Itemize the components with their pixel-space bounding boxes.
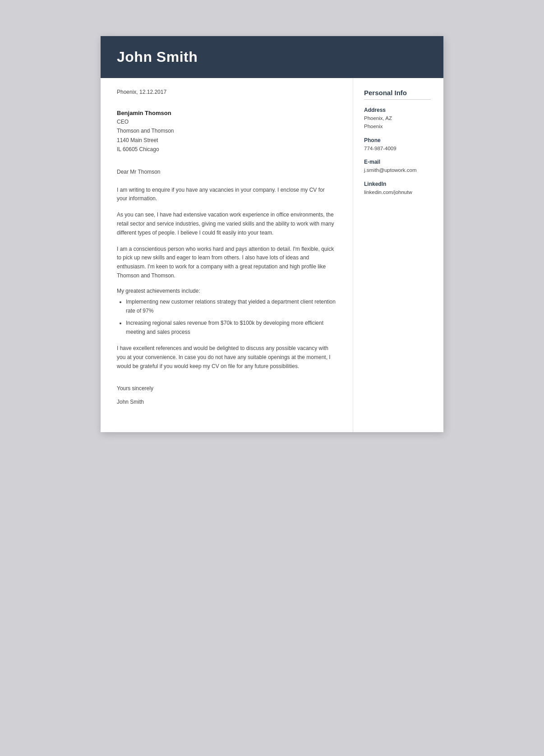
date-line: Phoenix, 12.12.2017 xyxy=(117,89,337,95)
recipient-name: Benjamin Thomson xyxy=(117,110,337,116)
recipient-title: CEO xyxy=(117,117,337,126)
sidebar-title: Personal Info xyxy=(364,89,431,100)
sidebar-address-line1: Phoenix, AZ xyxy=(364,114,431,122)
sidebar-linkedin-label: LinkedIn xyxy=(364,181,431,187)
sidebar-linkedin-value: linkedin.com/johnutw xyxy=(364,188,431,196)
recipient-block: Benjamin Thomson CEO Thomson and Thomson… xyxy=(117,110,337,154)
paragraph-2: As you can see, I have had extensive vac… xyxy=(117,211,337,237)
sidebar-phone: Phone 774-987-4009 xyxy=(364,137,431,152)
bullet-item-1: Implementing new customer relations stra… xyxy=(126,298,337,316)
main-content: Phoenix, 12.12.2017 Benjamin Thomson CEO… xyxy=(101,78,353,432)
sidebar-address-label: Address xyxy=(364,107,431,113)
sidebar-email-value: j.smith@uptowork.com xyxy=(364,166,431,174)
sidebar-address: Address Phoenix, AZ Phoenix xyxy=(364,107,431,131)
sidebar-linkedin: LinkedIn linkedin.com/johnutw xyxy=(364,181,431,196)
recipient-street: 1140 Main Street xyxy=(117,136,337,145)
content-area: Phoenix, 12.12.2017 Benjamin Thomson CEO… xyxy=(101,78,443,432)
paragraph-1: I am writing to enquire if you have any … xyxy=(117,186,337,204)
achievements-intro: My greatest achievements include: xyxy=(117,288,337,294)
bullet-list: Implementing new customer relations stra… xyxy=(126,298,337,337)
applicant-name: John Smith xyxy=(117,49,427,65)
recipient-company: Thomson and Thomson xyxy=(117,126,337,135)
signature: John Smith xyxy=(117,399,337,405)
closing-paragraph: I have excellent references and would be… xyxy=(117,344,337,371)
sidebar-phone-value: 774-987-4009 xyxy=(364,144,431,152)
sidebar-email: E-mail j.smith@uptowork.com xyxy=(364,159,431,174)
header-section: John Smith xyxy=(101,36,443,78)
sidebar: Personal Info Address Phoenix, AZ Phoeni… xyxy=(353,78,443,432)
cover-letter-page: John Smith Phoenix, 12.12.2017 Benjamin … xyxy=(101,36,443,432)
recipient-city: IL 60605 Chicago xyxy=(117,145,337,154)
sidebar-address-line2: Phoenix xyxy=(364,122,431,130)
sidebar-phone-label: Phone xyxy=(364,137,431,143)
sidebar-email-label: E-mail xyxy=(364,159,431,165)
paragraph-3: I am a conscientious person who works ha… xyxy=(117,245,337,281)
bullet-item-2: Increasing regional sales revenue from $… xyxy=(126,319,337,337)
salutation: Dear Mr Thomson xyxy=(117,169,337,175)
closing: Yours sincerely xyxy=(117,385,337,392)
